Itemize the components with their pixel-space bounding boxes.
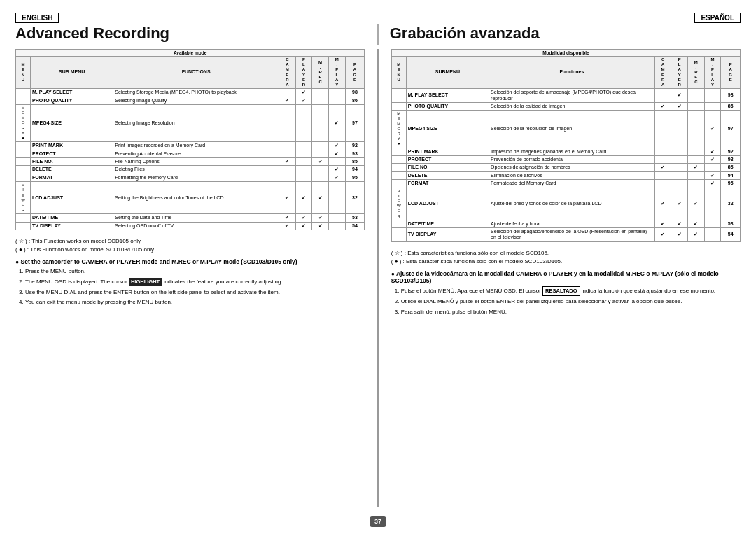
mplay-cell: ✔ [704, 180, 721, 188]
th-camera-en: CAMERA [279, 57, 295, 89]
table-row: DATE/TIMESetting the Date and Time✔✔✔53 [16, 214, 365, 222]
mrec-cell [688, 102, 705, 110]
page: ENGLISH ESPAÑOL Advanced Recording Graba… [0, 0, 756, 534]
function-cell: Selecting Storage Media (MPEG4, PHOTO) t… [113, 89, 279, 97]
step-item: The MENU OSD is displayed. The cursor HI… [25, 278, 365, 287]
page-number-badge: 37 [370, 516, 386, 527]
player-cell: ✔ [671, 220, 688, 227]
page-cell: 86 [721, 102, 741, 110]
camera-cell: ✔ [279, 222, 295, 230]
mplay-cell: ✔ [328, 142, 345, 150]
submenu-cell: PRINT MARK [406, 148, 489, 155]
highlight-box: HIGHLIGHT [129, 278, 162, 286]
espanol-badge: ESPAÑOL [694, 13, 741, 23]
mrec-cell [688, 156, 705, 164]
mrec-cell [688, 180, 705, 188]
submenu-cell: MPEG4 SIZE [31, 104, 113, 141]
function-cell: Selección de la resolución de imagen [489, 111, 655, 148]
step-item: Use the MENU DIAL and press the ENTER bu… [25, 288, 365, 297]
function-cell: Formatting the Memory Card [113, 174, 279, 181]
camera-cell: ✔ [279, 97, 295, 104]
table-row: FORMATFormateado del Memory Card✔95 [391, 180, 740, 188]
mrec-cell: ✔ [312, 158, 329, 166]
menu-cell [16, 158, 31, 166]
mplay-cell: ✔ [704, 148, 721, 155]
main-content: Available mode MENU SUB MENU FUNCTIONS C… [15, 49, 741, 507]
table-row: PRINT MARKImpresión de imágenes grabadas… [391, 148, 740, 155]
page-cell: 54 [345, 222, 365, 230]
resaltado-box: RESALTADO [542, 286, 580, 296]
espanol-column: Modalidad disponible MENU SUBMENÚ Funcio… [391, 49, 741, 507]
function-cell: Ajuste de fecha y hora [489, 220, 655, 227]
th-menu-es: MENU [391, 57, 406, 89]
mrec-cell: ✔ [688, 164, 705, 171]
menu-cell: V I E W E R [16, 182, 31, 214]
th-mplay-en: M.PLAY [328, 57, 345, 89]
camera-cell [654, 180, 671, 188]
mrec-cell [312, 166, 329, 174]
player-cell [671, 156, 688, 164]
table-row: FILE NO.Opciones de asignación de nombre… [391, 164, 740, 171]
camera-cell [279, 142, 295, 150]
player-cell: ✔ [295, 182, 312, 214]
submenu-cell: DATE/TIME [31, 214, 113, 222]
menu-cell: V I E W E R [391, 188, 406, 220]
espanol-table: MENU SUBMENÚ Funciones CAMERA PLAYER M.R… [391, 56, 741, 242]
menu-cell [16, 142, 31, 150]
page-cell: 97 [721, 111, 741, 148]
mplay-cell: ✔ [328, 104, 345, 141]
espanol-notes: ( ☆ ) : Esta característica funciona sól… [391, 249, 741, 266]
function-cell: Selección del apagado/encendido de la OS… [489, 228, 655, 242]
th-camera-es: CAMERA [654, 57, 671, 89]
table-row: M. PLAY SELECTSelección del soporte de a… [391, 89, 740, 103]
mplay-cell: ✔ [328, 166, 345, 174]
table-row: TV DISPLAYSelección del apagado/encendid… [391, 228, 740, 242]
function-cell: Formateado del Memory Card [489, 180, 655, 188]
camera-cell [654, 89, 671, 103]
table-row: FORMATFormatting the Memory Card✔95 [16, 174, 365, 181]
mrec-cell [312, 174, 329, 181]
camera-cell [279, 104, 295, 141]
submenu-cell: TV DISPLAY [406, 228, 489, 242]
mplay-cell: ✔ [704, 171, 721, 179]
menu-cell [16, 89, 31, 97]
player-cell [671, 180, 688, 188]
camera-cell [279, 166, 295, 174]
page-cell: 54 [721, 228, 741, 242]
function-cell: Opciones de asignación de nombres [489, 164, 655, 171]
th-player-en: PLAYER [295, 57, 312, 89]
english-badge: ENGLISH [15, 13, 59, 23]
english-note-1: ( ☆ ) : This Function works on model SCD… [15, 237, 365, 246]
player-cell: ✔ [671, 188, 688, 220]
player-cell [671, 171, 688, 179]
camera-cell [279, 174, 295, 181]
submenu-cell: FILE NO. [31, 158, 113, 166]
camera-cell [654, 171, 671, 179]
function-cell: File Naming Options [113, 158, 279, 166]
player-cell [295, 150, 312, 157]
submenu-cell: M. PLAY SELECT [406, 89, 489, 103]
menu-cell [391, 156, 406, 164]
camera-cell: ✔ [279, 158, 295, 166]
function-cell: Selección de la calidad de imagen [489, 102, 655, 110]
function-cell: Selecting Image Quality [113, 97, 279, 104]
mplay-cell [704, 89, 721, 103]
page-cell: 85 [721, 164, 741, 171]
english-table: MENU SUB MENU FUNCTIONS CAMERA PLAYER M.… [15, 56, 365, 230]
function-cell: Selecting Image Resolution [113, 104, 279, 141]
player-cell: ✔ [671, 102, 688, 110]
submenu-cell: MPEG4 SIZE [406, 111, 489, 148]
page-cell: 95 [345, 174, 365, 181]
page-cell: 94 [721, 171, 741, 179]
table-row: PHOTO QUALITYSelecting Image Quality✔✔86 [16, 97, 365, 104]
camera-cell [654, 148, 671, 155]
submenu-cell: PROTECT [406, 156, 489, 164]
top-labels: ENGLISH ESPAÑOL [15, 13, 741, 23]
english-notes: ( ☆ ) : This Function works on model SCD… [15, 237, 365, 254]
player-cell [295, 166, 312, 174]
mrec-cell [312, 89, 329, 97]
mplay-cell [704, 228, 721, 242]
table-row: DATE/TIMEAjuste de fecha y hora✔✔✔53 [391, 220, 740, 227]
menu-cell [391, 180, 406, 188]
mplay-cell: ✔ [328, 150, 345, 157]
